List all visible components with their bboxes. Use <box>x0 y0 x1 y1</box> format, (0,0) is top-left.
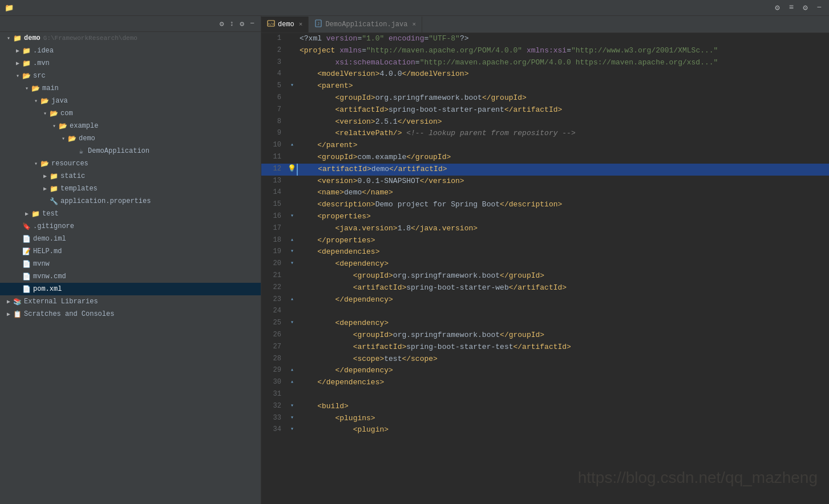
line-content-21[interactable]: <groupId>org.springframework.boot</group… <box>297 270 829 282</box>
line-content-12[interactable]: <artifactId>demo</artifactId> <box>297 164 829 176</box>
line-gutter-10[interactable]: ▴ <box>287 140 297 152</box>
tree-arrow-demo-root[interactable]: ▾ <box>5 35 13 42</box>
fold-icon[interactable]: ▾ <box>290 414 294 421</box>
tree-item-app-props[interactable]: 🔧application.properties <box>0 195 261 208</box>
line-content-19[interactable]: <dependencies> <box>297 246 829 258</box>
line-gutter-25[interactable]: ▾ <box>287 318 297 330</box>
line-content-17[interactable]: <java.version>1.8</java.version> <box>297 223 829 235</box>
line-content-6[interactable]: <groupId>org.springframework.boot</group… <box>297 92 829 104</box>
line-content-9[interactable]: <relativePath/> <!-- lookup parent from … <box>297 128 829 140</box>
tree-arrow-src[interactable]: ▾ <box>14 72 22 79</box>
minimize-icon[interactable]: − <box>814 2 824 14</box>
fold-icon[interactable]: ▾ <box>290 82 294 88</box>
fold-icon[interactable]: ▾ <box>290 319 294 326</box>
line-content-25[interactable]: <dependency> <box>297 318 829 330</box>
line-content-26[interactable]: <groupId>org.springframework.boot</group… <box>297 330 829 342</box>
bulb-icon[interactable]: 💡 <box>288 165 296 173</box>
line-content-2[interactable]: <project xmlns="http://maven.apache.org/… <box>297 45 829 57</box>
tab-close-demo[interactable]: × <box>299 21 303 28</box>
line-content-32[interactable]: <build> <box>297 401 829 413</box>
line-content-27[interactable]: <artifactId>spring-boot-starter-test</ar… <box>297 342 829 353</box>
tree-item-demo-root[interactable]: ▾📁demoG:\FrameworkResearch\demo <box>0 32 261 44</box>
line-content-10[interactable]: </parent> <box>297 140 829 152</box>
tree-arrow-demo-pkg[interactable]: ▾ <box>59 135 67 142</box>
line-content-34[interactable]: <plugin> <box>297 424 829 436</box>
settings-icon[interactable]: ⚙ <box>800 2 810 14</box>
tree-arrow-mvn[interactable]: ▶ <box>14 60 22 67</box>
fold-icon[interactable]: ▾ <box>290 213 294 219</box>
line-gutter-29[interactable]: ▴ <box>287 365 297 377</box>
fold-icon[interactable]: ▾ <box>290 260 294 266</box>
tree-item-example[interactable]: ▾📂example <box>0 120 261 132</box>
line-gutter-34[interactable]: ▾ <box>287 424 297 436</box>
tree-arrow-example[interactable]: ▾ <box>50 123 58 129</box>
line-content-23[interactable]: </dependency> <box>297 294 829 306</box>
line-content-22[interactable]: <artifactId>spring-boot-starter-web</art… <box>297 282 829 294</box>
line-gutter-33[interactable]: ▾ <box>287 413 297 425</box>
tree-item-com[interactable]: ▾📂com <box>0 107 261 120</box>
line-content-18[interactable]: </properties> <box>297 235 829 247</box>
tree-item-resources[interactable]: ▾📂resources <box>0 157 261 170</box>
tree-item-static[interactable]: ▶📁static <box>0 170 261 182</box>
line-content-11[interactable]: <groupId>com.example</groupId> <box>297 152 829 164</box>
line-content-1[interactable]: <?xml version="1.0" encoding="UTF-8"?> <box>297 33 829 45</box>
line-content-29[interactable]: </dependency> <box>297 365 829 377</box>
tree-item-demo-iml[interactable]: 📄demo.iml <box>0 233 261 245</box>
tab-demo[interactable]: </>demo× <box>261 17 309 32</box>
tab-close-DemoApplication[interactable]: × <box>412 21 416 28</box>
tree-arrow-ext-lib[interactable]: ▶ <box>5 298 13 305</box>
line-gutter-23[interactable]: ▴ <box>287 294 297 306</box>
tree-arrow-templates[interactable]: ▶ <box>41 185 49 192</box>
line-content-8[interactable]: <version>2.5.1</version> <box>297 116 829 128</box>
tree-arrow-scratches[interactable]: ▶ <box>5 311 13 318</box>
line-content-5[interactable]: <parent> <box>297 80 829 92</box>
fold-icon[interactable]: ▴ <box>290 296 294 302</box>
tree-item-scratches[interactable]: ▶📋Scratches and Consoles <box>0 308 261 320</box>
line-gutter-18[interactable]: ▴ <box>287 235 297 247</box>
sidebar-gear-icon[interactable]: ⚙ <box>218 19 226 29</box>
line-content-24[interactable] <box>297 306 829 318</box>
code-area[interactable]: 1<?xml version="1.0" encoding="UTF-8"?>2… <box>261 33 829 504</box>
line-content-28[interactable]: <scope>test</scope> <box>297 353 829 365</box>
line-content-15[interactable]: <description>Demo project for Spring Boo… <box>297 199 829 211</box>
fold-icon[interactable]: ▾ <box>290 403 294 409</box>
line-gutter-32[interactable]: ▾ <box>287 401 297 413</box>
tree-arrow-com[interactable]: ▾ <box>41 110 49 117</box>
fold-icon[interactable]: ▴ <box>290 379 294 385</box>
line-content-30[interactable]: </dependencies> <box>297 377 829 389</box>
sidebar-sort-icon[interactable]: ↕ <box>228 19 236 29</box>
tree-item-pom-xml[interactable]: 📄pom.xml <box>0 283 261 295</box>
tree-arrow-static[interactable]: ▶ <box>41 173 49 180</box>
line-gutter-16[interactable]: ▾ <box>287 211 297 223</box>
line-gutter-19[interactable]: ▾ <box>287 246 297 258</box>
tree-item-java[interactable]: ▾📂java <box>0 95 261 107</box>
sidebar-minimize-icon[interactable]: − <box>248 19 256 29</box>
fold-icon[interactable]: ▴ <box>290 367 294 373</box>
tree-item-help-md[interactable]: 📝HELP.md <box>0 245 261 258</box>
tree-item-main[interactable]: ▾📂main <box>0 82 261 95</box>
sort-icon[interactable]: ≡ <box>786 2 796 14</box>
fold-icon[interactable]: ▾ <box>290 248 294 254</box>
fold-icon[interactable]: ▾ <box>290 426 294 432</box>
tree-item-mvn[interactable]: ▶📁.mvn <box>0 57 261 70</box>
line-content-3[interactable]: xsi:schemaLocation="http://maven.apache.… <box>297 57 829 69</box>
line-content-20[interactable]: <dependency> <box>297 258 829 270</box>
line-content-16[interactable]: <properties> <box>297 211 829 223</box>
line-content-14[interactable]: <name>demo</name> <box>297 187 829 199</box>
fold-icon[interactable]: ▴ <box>290 237 294 243</box>
line-gutter-20[interactable]: ▾ <box>287 258 297 270</box>
line-content-13[interactable]: <version>0.0.1-SNAPSHOT</version> <box>297 176 829 188</box>
tree-item-test[interactable]: ▶📁test <box>0 208 261 220</box>
tree-item-gitignore[interactable]: 🔖.gitignore <box>0 220 261 233</box>
tree-item-mvnw-cmd[interactable]: 📄mvnw.cmd <box>0 270 261 283</box>
tree-item-ext-lib[interactable]: ▶📚External Libraries <box>0 295 261 308</box>
tab-DemoApplication[interactable]: JDemoApplication.java× <box>309 17 422 32</box>
tree-arrow-resources[interactable]: ▾ <box>32 160 40 167</box>
tree-item-mvnw[interactable]: 📄mvnw <box>0 258 261 270</box>
tree-arrow-idea[interactable]: ▶ <box>14 47 22 54</box>
line-content-7[interactable]: <artifactId>spring-boot-starter-parent</… <box>297 104 829 116</box>
tree-item-demo-pkg[interactable]: ▾📂demo <box>0 132 261 145</box>
tree-arrow-java[interactable]: ▾ <box>32 97 40 104</box>
sidebar-settings-icon[interactable]: ⚙ <box>238 19 246 29</box>
tree-item-DemoApplication[interactable]: ☕DemoApplication <box>0 145 261 157</box>
